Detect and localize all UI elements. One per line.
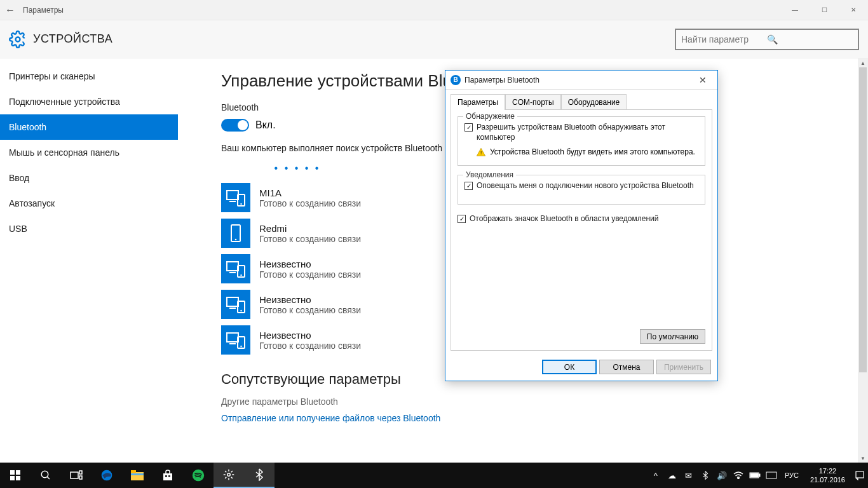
tray-message-icon[interactable]: ✉ [681,463,697,488]
svg-rect-30 [131,472,144,480]
spotify-button[interactable] [183,463,214,488]
svg-rect-20 [10,470,15,475]
dialog-tabs: Параметры COM-порты Оборудование [445,90,717,109]
discovery-warning: ! Устройства Bluetooth будут видеть имя … [465,147,698,158]
svg-point-4 [240,203,241,205]
tray-notifications-icon[interactable] [851,463,868,488]
bluetooth-taskbar-button[interactable] [244,463,275,488]
svg-rect-12 [229,308,236,309]
svg-point-18 [240,346,241,347]
device-icon [221,254,250,283]
scroll-down-arrow[interactable]: ▼ [858,454,868,463]
tab-parameters[interactable]: Параметры [451,94,505,110]
allow-discovery-label: Разрешить устройствам Bluetooth обнаружи… [477,122,698,142]
tab-hardware[interactable]: Оборудование [561,94,627,110]
body: Принтеры и сканеры Подключенные устройст… [0,58,868,463]
settings-taskbar-button[interactable] [214,463,244,488]
svg-text:!: ! [480,151,482,156]
svg-point-14 [240,310,241,311]
svg-rect-31 [131,470,136,473]
scrollbar[interactable]: ▲ ▼ [858,58,868,463]
sidebar-item-autoplay[interactable]: Автозапуск [0,191,178,216]
svg-rect-42 [766,472,776,478]
svg-rect-40 [759,474,760,477]
back-button[interactable]: ← [0,4,20,16]
svg-rect-45 [856,471,864,478]
close-button[interactable]: ✕ [839,0,868,20]
tray-wifi-icon[interactable] [730,463,747,488]
notifications-fieldset: Уведомления ✓ Оповещать меня о подключен… [458,175,705,204]
sidebar-item-connected[interactable]: Подключенные устройства [0,89,178,114]
device-text: НеизвестноГотово к созданию связи [259,294,361,315]
tray-bluetooth-icon[interactable] [697,463,714,488]
bluetooth-icon: B [451,75,461,85]
allow-discovery-checkbox[interactable]: ✓ Разрешить устройствам Bluetooth обнару… [465,122,698,142]
device-icon [221,290,250,319]
toggle-state: Вкл. [255,119,276,131]
tray-keyboard-icon[interactable] [763,463,780,488]
svg-rect-11 [227,297,238,306]
checkbox-icon: ✓ [465,182,473,190]
svg-point-6 [235,239,237,241]
svg-rect-35 [168,475,170,477]
start-button[interactable] [0,463,31,488]
cancel-button[interactable]: Отмена [599,360,654,374]
show-tray-label: Отображать значок Bluetooth в области ув… [470,214,658,224]
sidebar-item-printers[interactable]: Принтеры и сканеры [0,64,178,89]
tray-language[interactable]: РУС [780,471,804,479]
svg-point-0 [16,37,20,41]
related-link-sendreceive[interactable]: Отправление или получение файлов через B… [221,413,824,423]
tray-chevron-icon[interactable]: ^ [648,463,664,488]
maximize-button[interactable]: ☐ [810,0,839,20]
tray-battery-icon[interactable] [747,463,763,488]
device-name: Неизвестно [259,294,361,305]
page-title: УСТРОЙСТВА [33,32,675,46]
taskbar: ^ ☁ ✉ 🔊 РУС 17:22 21.07.2016 [0,463,868,488]
searching-indicator: • • • • • [221,163,374,174]
sidebar-item-mouse[interactable]: Мышь и сенсорная панель [0,140,178,165]
ok-button[interactable]: ОК [542,360,597,374]
svg-point-24 [41,471,48,478]
notify-new-device-checkbox[interactable]: ✓ Оповещать меня о подключении нового ус… [465,180,698,191]
toggle-switch[interactable] [221,119,249,132]
dialog-close-button[interactable]: ✕ [693,75,712,85]
sidebar: Принтеры и сканеры Подключенные устройст… [0,58,178,463]
scroll-thumb[interactable] [859,67,867,372]
device-name: MI1A [259,187,361,198]
sidebar-item-input[interactable]: Ввод [0,165,178,191]
warning-text: Устройства Bluetooth будут видеть имя эт… [490,147,695,156]
svg-rect-34 [165,475,167,477]
taskview-button[interactable] [61,463,92,488]
show-tray-icon-checkbox[interactable]: ✓ Отображать значок Bluetooth в области … [458,214,705,224]
sidebar-item-bluetooth[interactable]: Bluetooth [0,114,178,140]
svg-rect-2 [229,201,236,202]
tray-onedrive-icon[interactable]: ☁ [664,463,681,488]
device-text: НеизвестноГотово к созданию связи [259,330,361,351]
svg-point-38 [738,478,739,479]
device-text: НеизвестноГотово к созданию связи [259,259,361,280]
clock-time: 17:22 [810,466,845,475]
dialog-title: Параметры Bluetooth [465,76,693,85]
sidebar-item-usb[interactable]: USB [0,216,178,241]
defaults-button[interactable]: По умолчанию [640,329,705,344]
tray-clock[interactable]: 17:22 21.07.2016 [804,466,851,485]
svg-point-37 [227,473,231,477]
scroll-up-arrow[interactable]: ▲ [858,58,868,67]
minimize-button[interactable]: — [780,0,810,20]
device-status: Готово к созданию связи [259,269,361,280]
edge-button[interactable] [92,463,122,488]
dialog-buttons: ОК Отмена Применить [445,356,717,381]
svg-rect-26 [71,472,78,478]
store-button[interactable] [153,463,183,488]
related-link-more[interactable]: Другие параметры Bluetooth [221,396,824,407]
search-input[interactable]: Найти параметр 🔍 [675,29,859,50]
gear-icon [9,30,27,48]
svg-rect-23 [16,476,20,480]
tab-comports[interactable]: COM-порты [505,94,561,110]
svg-rect-21 [16,470,20,475]
header: УСТРОЙСТВА Найти параметр 🔍 [0,20,868,58]
tray-volume-icon[interactable]: 🔊 [714,463,730,488]
apply-button[interactable]: Применить [656,360,711,374]
search-button[interactable] [31,463,61,488]
explorer-button[interactable] [122,463,153,488]
